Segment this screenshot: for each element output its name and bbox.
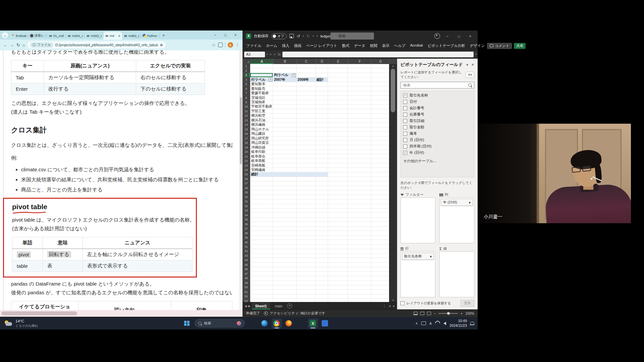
cell-B51[interactable] — [273, 290, 297, 294]
volume-icon[interactable] — [443, 322, 446, 325]
row-header-27[interactable]: 27 — [243, 181, 250, 186]
cell-A47[interactable] — [250, 272, 273, 276]
cell-G7[interactable] — [371, 91, 389, 96]
normal-view-icon[interactable] — [414, 312, 418, 315]
tools-gear-icon[interactable]: ⚙▾ — [466, 72, 474, 78]
ribbon-tab[interactable]: 数式 — [339, 43, 352, 48]
cell-A2[interactable] — [250, 68, 273, 73]
cell-B14[interactable] — [273, 123, 297, 127]
row-header-5[interactable]: 5 — [243, 82, 250, 86]
cell-C2[interactable] — [297, 68, 316, 73]
field-item[interactable]: 四半期 (日付) — [401, 143, 473, 149]
sheet-prev-icon[interactable]: ◀ — [245, 304, 247, 308]
cell-C52[interactable] — [297, 294, 316, 299]
cell-F36[interactable] — [348, 222, 371, 226]
row-header-36[interactable]: 36 — [243, 222, 250, 226]
cell-D42[interactable] — [316, 249, 328, 253]
cell-D27[interactable] — [316, 181, 328, 186]
cell-E43[interactable] — [328, 254, 348, 258]
cell-D3[interactable] — [316, 73, 328, 77]
cell-G39[interactable] — [371, 236, 389, 240]
row-header-16[interactable]: 16 — [243, 132, 250, 136]
cell-B40[interactable] — [273, 240, 297, 244]
cell-E20[interactable] — [328, 150, 348, 154]
cell-D26[interactable] — [316, 177, 328, 181]
cell-E37[interactable] — [328, 227, 348, 231]
cell-G22[interactable] — [371, 159, 389, 163]
cell-F5[interactable] — [348, 82, 371, 86]
cell-B19[interactable] — [273, 145, 297, 149]
cell-A45[interactable] — [250, 263, 273, 267]
undo-icon[interactable]: ↺ — [297, 34, 300, 39]
row-header-15[interactable]: 15 — [243, 127, 250, 132]
cell-A13[interactable]: 横浜石油 — [250, 118, 273, 123]
cell-B41[interactable] — [273, 245, 297, 249]
cell-C16[interactable] — [297, 132, 316, 136]
cell-E33[interactable] — [328, 208, 348, 213]
cell-F2[interactable] — [348, 68, 371, 73]
cell-C1[interactable] — [297, 64, 316, 68]
scrollbar-thumb[interactable] — [240, 97, 242, 164]
cell-F21[interactable] — [348, 154, 371, 159]
enter-icon[interactable]: ✓ — [273, 52, 276, 56]
row-header-43[interactable]: 43 — [243, 254, 250, 258]
cell-A25[interactable]: 総計 — [250, 172, 273, 177]
zoom-slider[interactable] — [438, 313, 458, 314]
cell-D40[interactable] — [316, 240, 328, 244]
cell-E6[interactable] — [328, 86, 348, 91]
cell-G45[interactable] — [371, 263, 389, 267]
cell-E16[interactable] — [328, 132, 348, 136]
cell-F6[interactable] — [348, 86, 371, 91]
row-header-49[interactable]: 49 — [243, 281, 250, 285]
cell-G19[interactable] — [371, 145, 389, 149]
cell-C14[interactable] — [297, 123, 316, 127]
cell-F24[interactable] — [348, 168, 371, 172]
row-header-28[interactable]: 28 — [243, 186, 250, 190]
field-item[interactable]: 日付 — [401, 99, 473, 105]
cell-D17[interactable] — [316, 136, 328, 141]
cell-E38[interactable] — [328, 231, 348, 235]
cell-C15[interactable] — [297, 127, 316, 132]
cell-B46[interactable] — [273, 267, 297, 272]
cell-G25[interactable] — [371, 172, 389, 177]
cell-D35[interactable] — [316, 218, 328, 222]
row-header-26[interactable]: 26 — [243, 177, 250, 181]
zoom-icon[interactable]: ⊕ — [160, 43, 163, 47]
cell-B27[interactable] — [273, 181, 297, 186]
accessibility-status[interactable]: アクセシビリティ: 検討が必要です — [264, 311, 325, 316]
cell-C35[interactable] — [297, 218, 316, 222]
cell-G15[interactable] — [371, 127, 389, 132]
cell-E30[interactable] — [328, 195, 348, 199]
cell-B16[interactable] — [273, 132, 297, 136]
row-header-12[interactable]: 12 — [243, 114, 250, 118]
cell-F14[interactable] — [348, 123, 371, 127]
windows-start-button[interactable] — [182, 318, 192, 328]
edge-taskbar-icon[interactable] — [260, 318, 270, 328]
cell-A27[interactable] — [250, 181, 273, 186]
cell-A5[interactable]: 愛知製本 — [250, 82, 273, 86]
cell-F30[interactable] — [348, 195, 371, 199]
row-header-9[interactable]: 9 — [243, 100, 250, 105]
cell-D52[interactable] — [316, 294, 328, 299]
field-item[interactable]: ✓取引先名称 — [401, 92, 473, 99]
cell-F7[interactable] — [348, 91, 371, 96]
cell-D39[interactable] — [316, 236, 328, 240]
ribbon-tab[interactable]: デザイン — [467, 43, 487, 48]
browser-tab[interactable]: 講座レジ — [28, 32, 47, 40]
cell-F9[interactable] — [348, 100, 371, 105]
cell-B53[interactable] — [273, 299, 297, 302]
ribbon-tab[interactable]: ページ レイアウト — [304, 43, 340, 48]
reload-icon[interactable]: ↻ — [16, 43, 20, 48]
row-header-30[interactable]: 30 — [243, 195, 250, 199]
cell-F20[interactable] — [348, 150, 371, 154]
ribbon-tab[interactable]: 挿入 — [280, 43, 292, 48]
cell-B18[interactable] — [273, 141, 297, 145]
cell-G30[interactable] — [371, 195, 389, 199]
browser-tab[interactable]: Python — [141, 32, 160, 40]
cell-G43[interactable] — [371, 254, 389, 258]
cell-C50[interactable] — [297, 285, 316, 290]
cell-B3[interactable]: 列ラベル▼ — [273, 73, 297, 77]
tab-close-icon[interactable]: × — [118, 34, 120, 38]
cell-A22[interactable]: 岐阜商船 — [250, 159, 273, 163]
ribbon-tab[interactable]: ホーム — [264, 43, 280, 48]
